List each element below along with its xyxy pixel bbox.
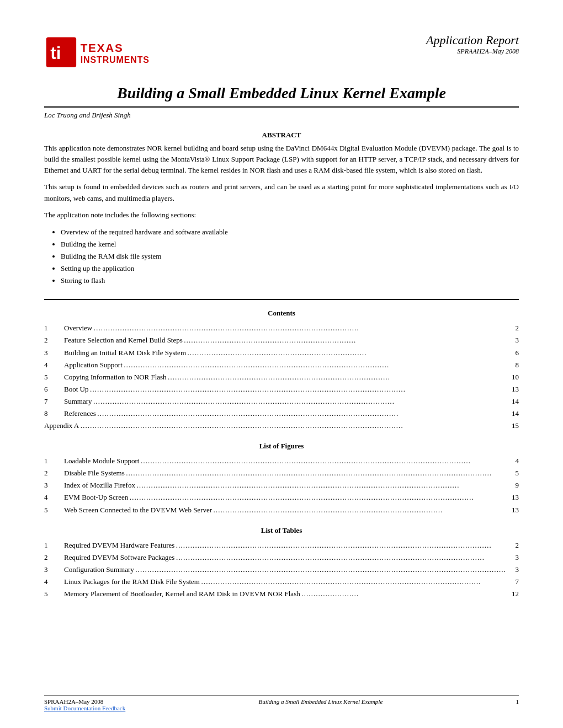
abstract-bullets: Overview of the required hardware and so… xyxy=(61,226,519,287)
toc-page: 12 xyxy=(506,588,519,600)
toc-dots: …………………………………………………………………………………………………………… xyxy=(174,539,506,552)
bullet-item: Overview of the required hardware and so… xyxy=(61,226,519,238)
toc-num: Appendix A xyxy=(44,420,79,432)
toc-row: 8References……………………………………………………………………………… xyxy=(44,408,519,420)
footer-code: SPRAAH2A–May 2008 xyxy=(44,698,125,705)
toc-dots: ………………………………………………………………………………… xyxy=(167,371,506,383)
toc-page: 3 xyxy=(506,564,519,576)
toc-dots: …………………………………………………………………………………………………………… xyxy=(92,395,506,408)
toc-page: 13 xyxy=(506,491,519,504)
svg-text:TEXAS: TEXAS xyxy=(81,41,124,54)
toc-label: Loadable Module Support xyxy=(64,455,139,467)
toc-num: 7 xyxy=(44,395,64,408)
toc-num: 5 xyxy=(44,588,64,600)
toc-label: Copying Information to NOR Flash xyxy=(64,371,167,383)
ti-logo-svg: ti TEXAS INSTRUMENTS xyxy=(44,33,160,74)
toc-row: 1Loadable Module Support…………………………………………… xyxy=(44,455,519,467)
toc-label: Feature Selection and Kernel Build Steps xyxy=(64,334,183,346)
bullet-item: Setting up the application xyxy=(61,263,519,275)
toc-row: 4Linux Packages for the RAM Disk File Sy… xyxy=(44,576,519,588)
toc-label: Memory Placement of Bootloader, Kernel a… xyxy=(64,588,300,600)
toc-label: Application Support xyxy=(64,359,123,371)
toc-num: 3 xyxy=(44,347,64,359)
toc-num: 2 xyxy=(44,334,64,346)
toc-heading: Contents xyxy=(44,309,519,318)
authors: Loc Truong and Brijesh Singh xyxy=(44,111,519,120)
toc-row: 6Boot Up……………………………………………………………………………………… xyxy=(44,383,519,395)
toc-num: 6 xyxy=(44,383,64,395)
toc-dots: ………………………………………………………………………………………………… xyxy=(123,359,506,371)
toc-num: 1 xyxy=(44,322,64,334)
header: ti TEXAS INSTRUMENTS Application Report … xyxy=(44,33,519,74)
toc-row: 2Disable File Systems…………………………………………………… xyxy=(44,467,519,479)
abstract-section: ABSTRACT This application note demonstra… xyxy=(44,131,519,287)
toc-entries: 1Overview…………………………………………………………………………………… xyxy=(44,322,519,432)
toc-dots: …………………………………………………………………………………………………………… xyxy=(128,491,506,504)
bullet-item: Building the kernel xyxy=(61,238,519,250)
footer: SPRAAH2A–May 2008 Submit Documentation F… xyxy=(44,695,519,711)
toc-dots: …………………………………………………………………………………………………………… xyxy=(135,479,506,491)
lot-section: List of Tables 1Required DVEVM Hardware … xyxy=(44,526,519,600)
toc-num: 1 xyxy=(44,455,64,467)
toc-row: 1Required DVEVM Hardware Features…………………… xyxy=(44,539,519,552)
toc-page: 13 xyxy=(506,504,519,516)
toc-num: 2 xyxy=(44,552,64,564)
toc-dots: …………………………………………………………………………………………………………… xyxy=(125,467,506,479)
bullet-item: Storing to flash xyxy=(61,275,519,287)
toc-dots: …………………………………………………………………………………………………………… xyxy=(96,408,506,420)
feedback-link[interactable]: Submit Documentation Feedback xyxy=(44,705,125,711)
toc-label: Building an Initial RAM Disk File System xyxy=(64,347,186,359)
lof-section: List of Figures 1Loadable Module Support… xyxy=(44,442,519,516)
toc-row: 3Building an Initial RAM Disk File Syste… xyxy=(44,347,519,359)
footer-center: Building a Small Embedded Linux Kernel E… xyxy=(258,698,383,705)
bullet-item: Building the RAM disk file system xyxy=(61,250,519,263)
toc-label: Summary xyxy=(64,395,92,408)
toc-page: 3 xyxy=(506,552,519,564)
toc-page: 13 xyxy=(506,383,519,395)
toc-label: Required DVEVM Software Packages xyxy=(64,552,174,564)
toc-page: 14 xyxy=(506,408,519,420)
toc-num: 5 xyxy=(44,371,64,383)
svg-text:ti: ti xyxy=(50,43,61,63)
toc-num: 5 xyxy=(44,504,64,516)
toc-label: Configuration Summary xyxy=(64,564,134,576)
toc-dots: …………………………………………………………………………………………………………… xyxy=(88,383,506,395)
toc-label: EVM Boot-Up Screen xyxy=(64,491,128,504)
toc-num: 4 xyxy=(44,576,64,588)
toc-page: 6 xyxy=(506,347,519,359)
toc-row: 7Summary……………………………………………………………………………………… xyxy=(44,395,519,408)
toc-num: 3 xyxy=(44,564,64,576)
lot-heading: List of Tables xyxy=(44,526,519,535)
lof-entries: 1Loadable Module Support…………………………………………… xyxy=(44,455,519,516)
toc-num: 2 xyxy=(44,467,64,479)
abstract-para2: This setup is found in embedded devices … xyxy=(44,181,519,204)
toc-num: 4 xyxy=(44,359,64,371)
toc-page: 2 xyxy=(506,322,519,334)
toc-dots: …………………………………………………………………………………………………………… xyxy=(79,420,506,432)
toc-num: 3 xyxy=(44,479,64,491)
toc-dots: …………………………………………………………………………………………………………… xyxy=(134,564,506,576)
footer-left: SPRAAH2A–May 2008 Submit Documentation F… xyxy=(44,698,125,711)
toc-dots: ……………………………………………………………………………………………………… xyxy=(200,576,506,588)
toc-page: 14 xyxy=(506,395,519,408)
toc-label: Web Screen Connected to the DVEVM Web Se… xyxy=(64,504,212,516)
footer-feedback[interactable]: Submit Documentation Feedback xyxy=(44,705,125,711)
toc-page: 7 xyxy=(506,576,519,588)
toc-label: Linux Packages for the RAM Disk File Sys… xyxy=(64,576,200,588)
toc-row: 5Web Screen Connected to the DVEVM Web S… xyxy=(44,504,519,516)
footer-page-num: 1 xyxy=(516,698,519,705)
toc-dots: …………………… xyxy=(300,588,506,600)
toc-dots: …………………………………………………………………………………………………………… xyxy=(174,552,506,564)
toc-section: Contents 1Overview…………………………………………………………… xyxy=(44,309,519,432)
toc-page: 5 xyxy=(506,467,519,479)
toc-label: Disable File Systems xyxy=(64,467,125,479)
toc-page: 4 xyxy=(506,455,519,467)
section-divider xyxy=(44,299,519,300)
abstract-para3: The application note includes the follow… xyxy=(44,210,519,221)
logo-area: ti TEXAS INSTRUMENTS xyxy=(44,33,160,74)
abstract-para1: This application note demonstrates NOR k… xyxy=(44,143,519,176)
toc-dots: ………………………………………………………………………………………………… xyxy=(92,322,506,334)
toc-dots: ……………………………………………………………… xyxy=(183,334,506,346)
doc-title: Building a Small Embedded Linux Kernel E… xyxy=(44,84,519,108)
toc-num: 4 xyxy=(44,491,64,504)
